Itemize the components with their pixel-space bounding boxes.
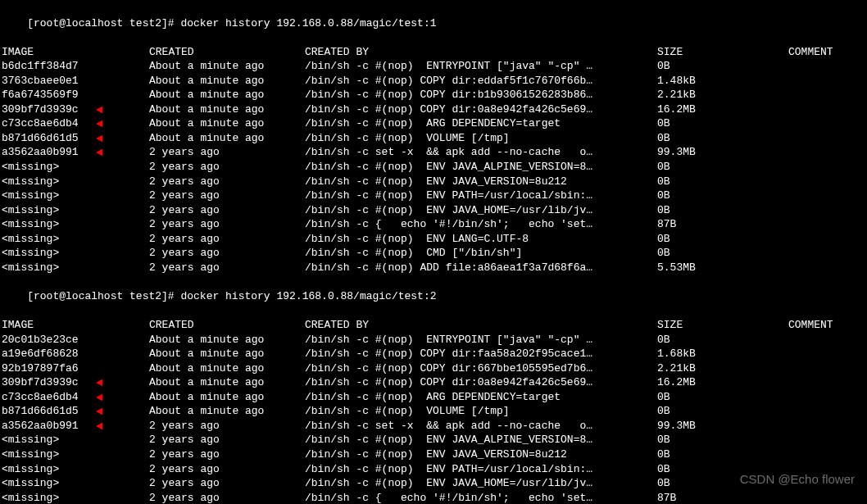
- cell-image: <missing>: [2, 261, 149, 275]
- cell-image: <missing>: [2, 203, 149, 218]
- arrow-icon: ◄: [96, 390, 102, 406]
- arrow-icon: ◄: [96, 145, 102, 161]
- header-image: IMAGE: [2, 318, 149, 333]
- arrow-icon: ◄: [96, 419, 102, 434]
- cell-created: About a minute ago: [149, 59, 305, 74]
- cell-image: f6a6743569f9: [2, 88, 149, 102]
- cell-image: <missing>: [2, 433, 149, 447]
- table-row: <missing>2 years ago/bin/sh -c { echo '#…: [2, 491, 865, 504]
- cell-created: 2 years ago: [149, 203, 305, 218]
- cell-createdby: /bin/sh -c #(nop) COPY dir:eddaf5f1c7670…: [305, 74, 657, 89]
- cell-size: 0B: [657, 59, 788, 74]
- cell-createdby: /bin/sh -c #(nop) ENTRYPOINT ["java" "-c…: [305, 333, 657, 347]
- cell-size: 16.2MB: [657, 375, 788, 390]
- cell-created: About a minute ago: [149, 347, 305, 361]
- cell-created: About a minute ago: [149, 361, 305, 376]
- command-prompt-1: [root@localhost test2]# docker history 1…: [2, 2, 865, 45]
- cell-image: c73cc8ae6db4: [2, 390, 149, 405]
- header-created: CREATED: [149, 318, 305, 333]
- header-createdby: CREATED BY: [305, 318, 657, 333]
- header-size: SIZE: [657, 318, 788, 333]
- arrow-icon: ◄: [96, 131, 102, 147]
- cell-image: b6dc1ff384d7: [2, 59, 149, 74]
- cell-createdby: /bin/sh -c #(nop) ENV PATH=/usr/local/sb…: [305, 462, 657, 477]
- cell-image: b871d66d61d5: [2, 131, 149, 146]
- cell-createdby: /bin/sh -c set -x && apk add --no-cache …: [305, 419, 657, 434]
- cell-created: About a minute ago: [149, 74, 305, 89]
- cell-createdby: /bin/sh -c #(nop) VOLUME [/tmp]: [305, 404, 657, 419]
- header-image: IMAGE: [2, 45, 149, 60]
- terminal-output[interactable]: [root@localhost test2]# docker history 1…: [2, 2, 865, 504]
- cell-size: 0B: [657, 447, 788, 462]
- cell-created: 2 years ago: [149, 476, 305, 491]
- cell-created: 2 years ago: [149, 447, 305, 462]
- cell-created: 2 years ago: [149, 433, 305, 447]
- cell-createdby: /bin/sh -c #(nop) VOLUME [/tmp]: [305, 131, 657, 146]
- cell-size: 5.53MB: [657, 261, 788, 275]
- table-row: <missing>2 years ago/bin/sh -c #(nop) EN…: [2, 462, 865, 477]
- table-row: <missing>2 years ago/bin/sh -c #(nop) EN…: [2, 232, 865, 247]
- header-comment: COMMENT: [788, 318, 833, 333]
- cell-size: 0B: [657, 175, 788, 189]
- cell-createdby: /bin/sh -c #(nop) COPY dir:0a8e942fa426c…: [305, 102, 657, 117]
- cell-createdby: /bin/sh -c #(nop) ENV JAVA_VERSION=8u212: [305, 175, 657, 189]
- cell-size: 99.3MB: [657, 419, 788, 434]
- cell-created: 2 years ago: [149, 419, 305, 434]
- table-row: f6a6743569f9About a minute ago/bin/sh -c…: [2, 88, 865, 102]
- command-prompt-2: [root@localhost test2]# docker history 1…: [2, 275, 865, 318]
- cell-createdby: /bin/sh -c #(nop) ENV JAVA_HOME=/usr/lib…: [305, 203, 657, 218]
- table-row: c73cc8ae6db4About a minute ago/bin/sh -c…: [2, 116, 865, 131]
- cell-createdby: /bin/sh -c set -x && apk add --no-cache …: [305, 145, 657, 160]
- cell-image: <missing>: [2, 491, 149, 504]
- cell-createdby: /bin/sh -c #(nop) ARG DEPENDENCY=target: [305, 116, 657, 131]
- cell-image: 309bf7d3939c: [2, 102, 149, 117]
- cell-size: 2.21kB: [657, 88, 788, 102]
- cell-image: <missing>: [2, 246, 149, 261]
- header-comment: COMMENT: [788, 45, 833, 60]
- cell-size: 0B: [657, 390, 788, 405]
- cell-size: 0B: [657, 246, 788, 261]
- cell-createdby: /bin/sh -c #(nop) COPY dir:0a8e942fa426c…: [305, 375, 657, 390]
- cell-createdby: /bin/sh -c #(nop) CMD ["/bin/sh"]: [305, 246, 657, 261]
- cell-size: 0B: [657, 203, 788, 218]
- cell-created: About a minute ago: [149, 131, 305, 146]
- arrow-icon: ◄: [96, 375, 102, 391]
- cell-image: <missing>: [2, 447, 149, 462]
- cell-createdby: /bin/sh -c #(nop) ENV PATH=/usr/local/sb…: [305, 188, 657, 203]
- cell-size: 99.3MB: [657, 145, 788, 160]
- cell-image: <missing>: [2, 160, 149, 175]
- cell-createdby: /bin/sh -c #(nop) ENV LANG=C.UTF-8: [305, 232, 657, 247]
- cell-created: 2 years ago: [149, 261, 305, 275]
- table-row: b871d66d61d5About a minute ago/bin/sh -c…: [2, 131, 865, 146]
- cell-createdby: /bin/sh -c { echo '#!/bin/sh'; echo 'set…: [305, 217, 657, 232]
- table-row: b6dc1ff384d7About a minute ago/bin/sh -c…: [2, 59, 865, 74]
- cell-size: 0B: [657, 188, 788, 203]
- cell-created: About a minute ago: [149, 404, 305, 419]
- table-row: <missing>2 years ago/bin/sh -c #(nop) CM…: [2, 246, 865, 261]
- table-row: b871d66d61d5About a minute ago/bin/sh -c…: [2, 404, 865, 419]
- cell-createdby: /bin/sh -c #(nop) ENV JAVA_HOME=/usr/lib…: [305, 476, 657, 491]
- table-row: <missing>2 years ago/bin/sh -c #(nop) EN…: [2, 160, 865, 175]
- cell-image: 309bf7d3939c: [2, 375, 149, 390]
- cell-size: 16.2MB: [657, 102, 788, 117]
- table-row: 3763cbaee0e1About a minute ago/bin/sh -c…: [2, 74, 865, 89]
- cell-created: 2 years ago: [149, 175, 305, 189]
- table-row: a19e6df68628About a minute ago/bin/sh -c…: [2, 347, 865, 361]
- cell-createdby: /bin/sh -c #(nop) ADD file:a86aea1f3a7d6…: [305, 261, 657, 275]
- cell-size: 0B: [657, 232, 788, 247]
- cell-createdby: /bin/sh -c #(nop) ARG DEPENDENCY=target: [305, 390, 657, 405]
- cell-created: About a minute ago: [149, 390, 305, 405]
- cell-created: 2 years ago: [149, 232, 305, 247]
- watermark-text: CSDN @Echo flower: [740, 471, 855, 488]
- table-row: 20c01b3e23ceAbout a minute ago/bin/sh -c…: [2, 333, 865, 347]
- table-row: <missing>2 years ago/bin/sh -c #(nop) EN…: [2, 476, 865, 491]
- cell-created: 2 years ago: [149, 246, 305, 261]
- cell-created: 2 years ago: [149, 160, 305, 175]
- cell-image: a19e6df68628: [2, 347, 149, 361]
- cell-created: 2 years ago: [149, 462, 305, 477]
- cell-size: 0B: [657, 116, 788, 131]
- cell-created: 2 years ago: [149, 217, 305, 232]
- header-size: SIZE: [657, 45, 788, 60]
- cell-createdby: /bin/sh -c #(nop) COPY dir:faa58a202f95c…: [305, 347, 657, 361]
- cell-image: 3763cbaee0e1: [2, 74, 149, 89]
